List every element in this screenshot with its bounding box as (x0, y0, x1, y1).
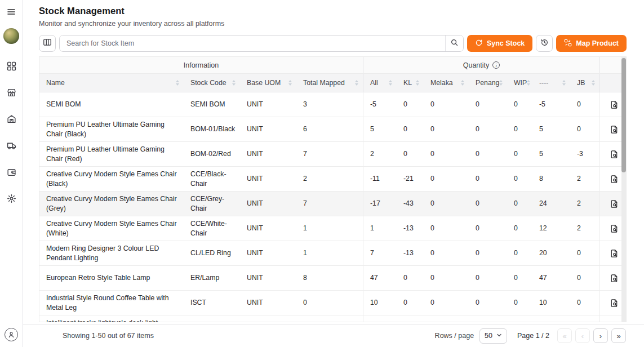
cell-base-uom: UNIT (240, 142, 296, 166)
cell-quantity: 0 (507, 315, 532, 322)
rows-per-page-select[interactable]: 50 (479, 328, 507, 344)
file-search-icon (610, 175, 619, 184)
column-label: WIP (514, 79, 527, 87)
showing-text: Showing 1-50 out of 67 items (63, 332, 154, 340)
cell-quantity: 0 (469, 216, 507, 241)
table-row[interactable]: SEMI BOM SEMI BOM UNIT 3 -50000-50 (39, 92, 626, 117)
column-header-base-uom[interactable]: Base UOM (240, 74, 296, 92)
sidebar-bottom (5, 328, 18, 341)
cell-quantity: 0 (507, 241, 532, 265)
sort-icon[interactable] (288, 80, 292, 86)
file-search-icon (610, 125, 619, 134)
table-row[interactable]: Premium PU Leather Ultimate Gaming Chair… (39, 142, 626, 167)
cell-stock-code: CCE/Black-Chair (184, 167, 240, 191)
sort-icon[interactable] (232, 80, 236, 86)
column-header-total-mapped[interactable]: Total Mapped (296, 74, 363, 92)
prev-page-button: ‹ (575, 328, 590, 343)
info-icon[interactable]: i (492, 61, 500, 69)
file-search-icon (610, 249, 619, 258)
cell-quantity: 0 (507, 192, 532, 216)
sort-icon[interactable] (355, 80, 358, 86)
cell-quantity: 7 (363, 241, 397, 265)
cell-stock-code: ER/Lamp (184, 266, 240, 290)
sort-icon[interactable] (176, 80, 179, 86)
sort-icon[interactable] (592, 80, 595, 86)
cell-quantity: 0 (469, 117, 507, 141)
table-row[interactable]: Creative Curvy Modern Style Eames Chair … (39, 167, 626, 192)
map-product-button[interactable]: Map Product (556, 35, 627, 52)
column-header-kl[interactable]: KL (397, 74, 424, 92)
cell-quantity: 0 (424, 216, 469, 241)
column-header-stock-code[interactable]: Stock Code (184, 74, 240, 92)
search-button[interactable] (445, 35, 463, 51)
table-row[interactable]: Premium PU Leather Ultimate Gaming Chair… (39, 117, 626, 142)
cell-quantity: 0 (469, 92, 507, 117)
vertical-scrollbar[interactable] (621, 57, 626, 322)
column-header-jb[interactable]: JB (570, 74, 599, 92)
sort-icon[interactable] (562, 80, 566, 86)
sidebar-nav (6, 61, 16, 210)
column-label: JB (577, 79, 585, 87)
sync-stock-button[interactable]: Sync Stock (467, 35, 532, 52)
file-search-icon (610, 224, 619, 233)
cell-name: Industrial Style Round Coffee Table with… (39, 291, 184, 315)
cell-quantity: 0 (397, 92, 424, 117)
cell-base-uom: UNIT (240, 117, 296, 141)
cell-stock-code: CL/LED Ring (184, 241, 240, 265)
column-label: Base UOM (247, 79, 281, 87)
cell-quantity: -5 (363, 92, 397, 117)
next-page-button[interactable]: › (593, 328, 608, 343)
menu-icon[interactable] (6, 7, 16, 17)
sort-icon[interactable] (416, 80, 419, 86)
table-row[interactable]: Intelligent tracks lightcycle desk light… (39, 315, 626, 322)
table-row[interactable]: Creative Curvy Modern Style Eames Chair … (39, 216, 626, 241)
cell-quantity: 0 (507, 291, 532, 315)
cell-quantity: 0 (397, 291, 424, 315)
table-row[interactable]: European Retro Style Table Lamp ER/Lamp … (39, 266, 626, 291)
scrollbar-thumb[interactable] (621, 58, 626, 172)
avatar[interactable] (3, 28, 19, 44)
store-icon[interactable] (6, 87, 16, 97)
cell-quantity: -43 (397, 192, 424, 216)
column-header-wip[interactable]: WIP (507, 74, 532, 92)
cell-stock-code: BOM-02/Red (184, 142, 240, 166)
cell-quantity: 0 (469, 291, 507, 315)
footer-controls: Rows / page 50 Page 1 / 2 «‹›» (435, 328, 644, 344)
cell-quantity: -3 (570, 142, 599, 166)
cell-quantity: 0 (424, 92, 469, 117)
cell-quantity: 1 (363, 216, 397, 241)
search-bar (59, 35, 464, 52)
column-header-all[interactable]: All (363, 74, 397, 92)
cell-quantity: 0 (424, 142, 469, 166)
sort-icon[interactable] (527, 80, 530, 86)
cell-quantity: 47 (532, 266, 570, 290)
table-row[interactable]: Creative Curvy Modern Style Eames Chair … (39, 192, 626, 216)
sort-icon[interactable] (461, 80, 464, 86)
columns-icon (43, 38, 52, 49)
cell-quantity: 0 (507, 142, 532, 166)
cell-quantity: -13 (397, 241, 424, 265)
settings-icon[interactable] (6, 193, 16, 203)
column-header-melaka[interactable]: Melaka (424, 74, 469, 92)
column-header-name[interactable]: Name (39, 74, 184, 92)
cell-quantity: 0 (424, 167, 469, 191)
wallet-icon[interactable] (6, 167, 16, 177)
sort-icon[interactable] (499, 80, 503, 86)
cell-quantity: 0 (397, 142, 424, 166)
column-header--[interactable]: ---- (532, 74, 570, 92)
dashboard-icon[interactable] (6, 61, 16, 71)
columns-toggle-button[interactable] (39, 35, 56, 52)
truck-icon[interactable] (6, 140, 16, 150)
search-input[interactable] (60, 35, 445, 51)
cell-quantity: 2 (363, 142, 397, 166)
sync-history-button[interactable] (536, 35, 553, 52)
cell-quantity: 31 (532, 315, 570, 322)
last-page-button[interactable]: » (611, 328, 626, 343)
cell-base-uom: UNIT (240, 216, 296, 241)
sort-icon[interactable] (389, 80, 392, 86)
column-header-penang[interactable]: Penang (469, 74, 507, 92)
warehouse-icon[interactable] (6, 114, 16, 124)
table-row[interactable]: Industrial Style Round Coffee Table with… (39, 291, 626, 315)
account-icon[interactable] (5, 328, 18, 341)
table-row[interactable]: Modern Ring Designer 3 Colour LED Pendan… (39, 241, 626, 266)
